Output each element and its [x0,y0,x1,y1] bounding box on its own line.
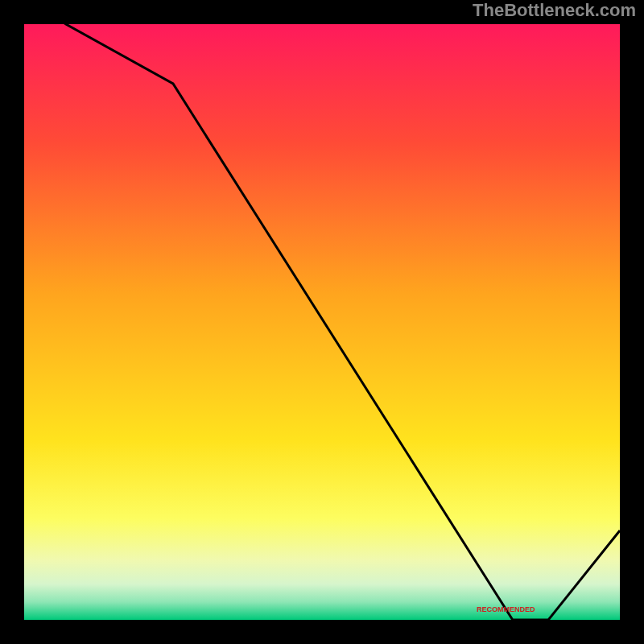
attribution-text: TheBottleneck.com [473,0,636,21]
bottleneck-curve [24,24,620,620]
plot-area: RECOMMENDED [24,24,620,620]
recommended-label: RECOMMENDED [477,605,535,613]
chart-container: TheBottleneck.com RECOMMENDED [0,0,644,644]
